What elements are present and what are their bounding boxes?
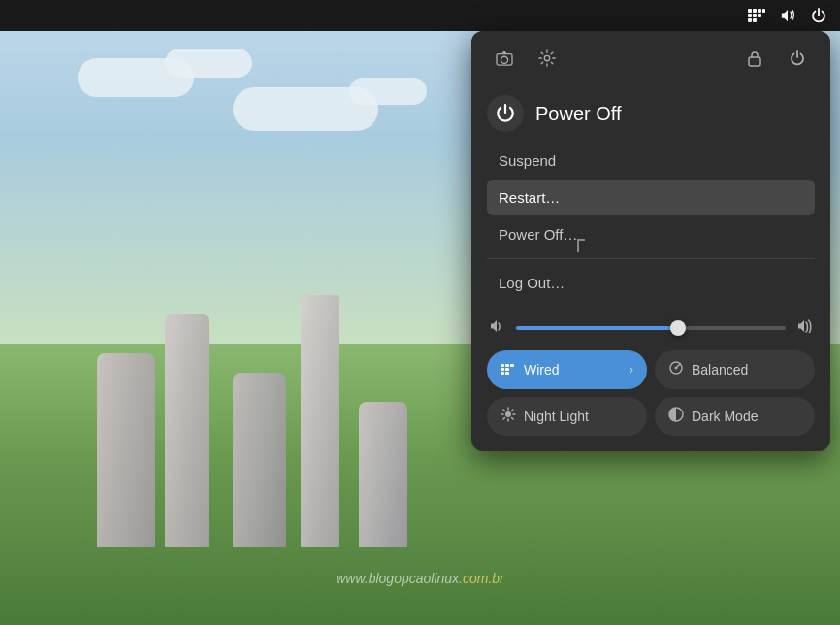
volume-slider-fill [516,326,678,330]
lock-button[interactable] [737,41,772,76]
svg-rect-19 [505,372,509,375]
screenshot-button[interactable] [487,41,522,76]
svg-rect-15 [510,364,514,367]
power-off-item[interactable]: Power Off… [487,216,815,252]
quick-toggles: Wired › Balanced Night Light [471,346,830,451]
night-light-icon [501,407,516,426]
network-indicator-icon[interactable] [743,2,770,29]
svg-point-10 [501,56,507,63]
panel-header-left-icons [487,41,565,76]
suspend-item[interactable]: Suspend [487,143,815,179]
dark-mode-toggle[interactable]: Dark Mode [655,397,815,436]
panel-header [471,31,830,85]
svg-rect-13 [501,364,504,367]
power-section: Power Off Suspend Restart… Power Off… Lo… [471,85,830,310]
system-panel: Power Off Suspend Restart… Power Off… Lo… [471,31,830,451]
balanced-toggle[interactable]: Balanced [655,350,815,389]
svg-rect-16 [501,368,504,371]
power-header: Power Off [487,89,815,142]
volume-slider-thumb[interactable] [670,320,686,336]
cloud [165,49,252,78]
topbar [0,0,840,31]
wired-icon [501,361,516,378]
menu-separator [487,258,815,259]
logout-item[interactable]: Log Out… [487,265,815,301]
wired-toggle[interactable]: Wired › [487,350,647,389]
svg-rect-0 [748,9,752,13]
volume-icon[interactable] [774,2,801,29]
panel-header-right-icons [737,41,815,76]
night-light-label: Night Light [524,409,633,424]
monolith [233,373,286,547]
svg-point-21 [675,367,678,370]
panel-power-button[interactable] [780,41,815,76]
watermark-text-highlight: .com.br [459,571,504,586]
svg-rect-6 [758,14,761,17]
monolith [301,295,339,547]
svg-rect-14 [505,364,509,367]
monolith [165,314,209,547]
svg-rect-1 [753,9,757,13]
volume-up-icon[interactable] [795,319,815,337]
balanced-icon [668,360,684,379]
restart-item[interactable]: Restart… [487,180,815,215]
svg-rect-4 [748,14,752,17]
dark-mode-icon [668,407,684,426]
monolith [97,353,155,547]
volume-down-icon[interactable] [487,319,506,337]
svg-rect-8 [753,18,757,22]
power-circle-icon [487,95,524,132]
svg-rect-18 [501,372,504,375]
svg-point-22 [505,411,511,417]
svg-point-11 [544,55,549,60]
svg-rect-3 [762,9,765,13]
dark-mode-label: Dark Mode [692,409,801,424]
svg-rect-2 [758,9,761,13]
night-light-toggle[interactable]: Night Light [487,397,647,436]
volume-slider-section [471,310,830,346]
svg-rect-7 [748,18,752,22]
balanced-label: Balanced [692,362,801,378]
monolith [359,402,407,547]
cloud [349,78,427,105]
watermark-text-start: www.blogopcaolinux [336,571,459,586]
power-title: Power Off [535,103,622,125]
wired-label: Wired [524,362,622,378]
volume-slider-track[interactable] [516,326,786,330]
power-icon[interactable] [805,2,832,29]
svg-rect-5 [753,14,757,17]
settings-button[interactable] [530,41,565,76]
wired-chevron-icon: › [630,363,633,377]
watermark: www.blogopcaolinux.com.br [336,571,504,586]
svg-rect-17 [505,368,509,371]
svg-rect-12 [749,57,760,66]
